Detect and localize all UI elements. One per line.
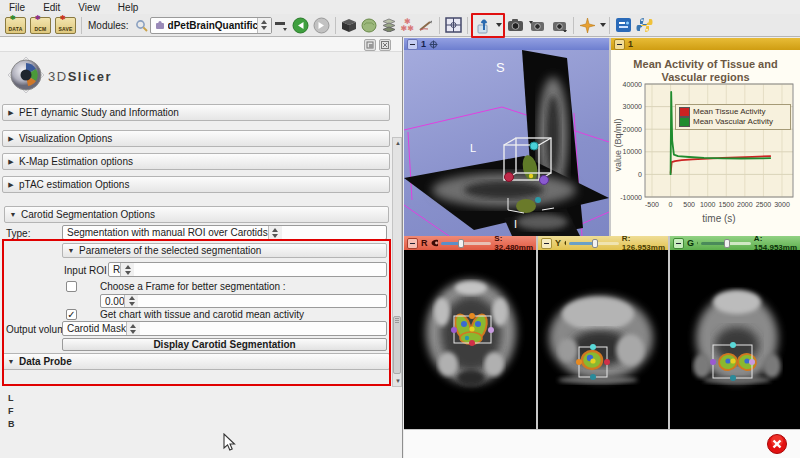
legend-swatch-vascular — [679, 117, 690, 127]
module-panel: 3DSlicer ▶ PET dynamic Study and Informa… — [0, 37, 403, 458]
module-selector[interactable]: dPetBrainQuantification — [150, 17, 272, 34]
section-visualization[interactable]: ▶ Visualization Options — [2, 130, 390, 147]
crosshair-button[interactable] — [577, 15, 598, 36]
interaction-dropdown-arrow[interactable] — [496, 23, 502, 27]
segmentation-type-combo[interactable]: Segmentation with manual ROI over Caroti… — [62, 225, 387, 240]
models-module-button[interactable] — [359, 15, 379, 36]
module-search-button[interactable] — [133, 15, 150, 36]
section-label: K-Map Estimation options — [19, 156, 133, 167]
roi-handle-red[interactable] — [469, 340, 475, 346]
roi-handle-teal[interactable] — [590, 374, 596, 380]
chart-checkbox-label: Get chart with tissue and carotid mean a… — [100, 309, 304, 320]
roi-handle-orange[interactable] — [469, 313, 475, 319]
frame-checkbox[interactable] — [66, 281, 77, 292]
roi-handle-purple[interactable] — [540, 176, 549, 185]
toolbar-separator — [81, 17, 82, 34]
layout-selector-button[interactable] — [443, 15, 464, 36]
section-pet-dynamic[interactable]: ▶ PET dynamic Study and Information — [2, 104, 390, 121]
roi-handle-crimson[interactable] — [505, 173, 514, 182]
brain-model-icon — [361, 18, 377, 33]
section-kmap[interactable]: ▶ K-Map Estimation options — [2, 153, 390, 170]
red-collapse-button[interactable] — [407, 238, 418, 249]
mouse-interaction-button[interactable] — [474, 15, 494, 36]
yellow-slice-viewport[interactable] — [538, 250, 668, 429]
roi-handle-cyan[interactable] — [590, 344, 596, 350]
green-collapse-button[interactable] — [673, 238, 684, 249]
panel-scrollbar[interactable]: ▲ ▼ — [392, 137, 402, 387]
menu-edit[interactable]: Edit — [34, 2, 69, 13]
chart-collapse-button[interactable] — [614, 39, 625, 50]
green-visibility-eye-icon[interactable] — [697, 239, 698, 247]
threeD-viewport[interactable]: S L I — [404, 50, 609, 236]
layers-button[interactable] — [379, 15, 399, 36]
green-slice-slider[interactable] — [701, 239, 751, 248]
panel-undock-icon[interactable] — [364, 39, 376, 51]
crosshair-dropdown-arrow[interactable] — [600, 23, 606, 27]
frame-spinbox[interactable]: 0.00 — [100, 294, 387, 308]
roi-handle-yellow[interactable] — [590, 358, 595, 363]
roi-handle-orange[interactable] — [576, 359, 582, 365]
module-forward-button[interactable] — [311, 15, 332, 36]
scrollbar-thumb[interactable] — [393, 316, 401, 374]
close-button[interactable] — [766, 433, 788, 455]
python-console-button[interactable] — [634, 15, 655, 36]
search-icon — [135, 19, 148, 32]
toolbar-separator — [439, 17, 440, 34]
roi-handle-teal[interactable] — [730, 375, 736, 381]
module-history-button[interactable] — [272, 15, 290, 36]
output-volume-combo[interactable]: Carotid Mask — [62, 321, 387, 336]
roi-handle-yellow[interactable] — [469, 326, 474, 331]
roi-handle-cyan[interactable] — [530, 142, 538, 150]
menu-view[interactable]: View — [69, 2, 109, 13]
threeD-pin-icon[interactable] — [429, 40, 438, 49]
section-ptac[interactable]: ▶ pTAC estimation Options — [2, 176, 390, 193]
roi-handle-cyan[interactable] — [730, 342, 736, 348]
yellow-visibility-eye-icon[interactable] — [564, 239, 566, 247]
roi-handle-red[interactable] — [604, 359, 610, 365]
cube-icon — [341, 18, 357, 33]
probe-line-l: L — [8, 393, 14, 403]
green-slice-viewport[interactable] — [670, 250, 800, 429]
display-carotid-segmentation-button[interactable]: Display Carotid Segmentation — [62, 338, 387, 351]
svg-text:2000: 2000 — [737, 201, 753, 208]
toolbar-separator — [335, 17, 336, 34]
roi-handle-violet[interactable] — [749, 359, 755, 365]
input-roi-combo[interactable]: R — [108, 262, 387, 277]
section-label: Carotid Segmentation Options — [21, 209, 155, 220]
scene-view-restore-button[interactable] — [548, 15, 570, 36]
roi-handle-purple[interactable] — [710, 359, 716, 365]
module-selector-spinner[interactable] — [257, 18, 271, 33]
roi-handle-yellow[interactable] — [730, 358, 735, 363]
data-probe-label: Data Probe — [19, 356, 72, 367]
roi-handle-violet[interactable] — [488, 327, 494, 333]
parameters-subsection[interactable]: ▼ Parameters of the selected segmentatio… — [62, 243, 387, 258]
section-data-probe[interactable]: ▼ Data Probe — [2, 353, 390, 370]
chart-checkbox[interactable]: ✓ — [66, 309, 77, 320]
volume-module-button[interactable] — [339, 15, 359, 36]
scene-view-capture-button[interactable] — [526, 15, 548, 36]
roi-handle-yellow[interactable] — [529, 174, 533, 178]
markup-pencil-button[interactable] — [416, 15, 436, 36]
extensions-manager-button[interactable] — [613, 15, 634, 36]
section-carotid[interactable]: ▼ Carotid Segmentation Options — [4, 206, 389, 223]
threeD-collapse-button[interactable] — [407, 39, 418, 50]
save-button[interactable]: ✱SAVE — [53, 15, 78, 36]
yellow-slice-slider[interactable] — [569, 239, 619, 248]
roi-handle-purple[interactable] — [451, 327, 457, 333]
red-visibility-eye-icon[interactable] — [431, 239, 439, 247]
dicom-button[interactable]: ✱DCM — [28, 15, 53, 36]
frame-checkbox-label: Choose a Frame for better segmentation : — [100, 281, 286, 292]
annotations-button[interactable]: ✱✱✱ — [399, 15, 416, 36]
menu-help[interactable]: Help — [109, 2, 148, 13]
yellow-collapse-button[interactable] — [541, 238, 552, 249]
red-slice-slider[interactable] — [441, 239, 491, 248]
svg-text:3000: 3000 — [774, 201, 790, 208]
toolbar-separator — [609, 17, 610, 34]
load-data-button[interactable]: ✱DATA — [3, 15, 28, 36]
menu-file[interactable]: File — [0, 2, 34, 13]
panel-close-icon[interactable] — [379, 39, 391, 51]
extensions-icon — [615, 17, 632, 33]
red-slice-viewport[interactable] — [404, 250, 536, 429]
module-back-button[interactable] — [290, 15, 311, 36]
screenshot-button[interactable] — [505, 15, 526, 36]
